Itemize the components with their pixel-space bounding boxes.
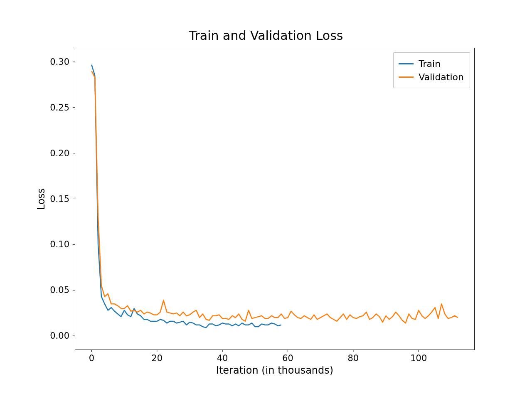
legend-item-validation: Validation xyxy=(399,70,464,84)
plot-area xyxy=(75,48,474,350)
legend-item-train: Train xyxy=(399,57,464,70)
y-axis-label: Loss xyxy=(35,188,47,210)
series-validation xyxy=(91,71,458,323)
legend-label-train: Train xyxy=(419,59,441,69)
legend-swatch-validation xyxy=(399,76,414,78)
y-tick-label: 0.25 xyxy=(50,103,69,113)
figure: Train and Validation Loss 020406080100 0… xyxy=(0,0,532,399)
legend: Train Validation xyxy=(393,52,470,88)
chart-title: Train and Validation Loss xyxy=(0,28,532,43)
legend-label-validation: Validation xyxy=(419,72,464,82)
y-tick-label: 0.00 xyxy=(50,331,69,341)
x-tick-label: 0 xyxy=(89,353,94,363)
y-tick-label: 0.20 xyxy=(50,148,69,158)
x-tick-label: 40 xyxy=(217,353,228,363)
series-train xyxy=(91,65,281,328)
axes: 020406080100 0.000.050.100.150.200.250.3… xyxy=(75,48,475,350)
x-tick-label: 100 xyxy=(410,353,427,363)
legend-swatch-train xyxy=(399,63,414,64)
y-tick-label: 0.05 xyxy=(50,285,69,295)
y-tick-label: 0.15 xyxy=(50,194,69,204)
y-tick-label: 0.30 xyxy=(50,57,69,67)
y-tick-label: 0.10 xyxy=(50,239,69,249)
x-tick-label: 60 xyxy=(282,353,293,363)
x-tick-label: 80 xyxy=(347,353,359,363)
x-axis-label: Iteration (in thousands) xyxy=(216,365,333,376)
x-tick-label: 20 xyxy=(151,353,163,363)
